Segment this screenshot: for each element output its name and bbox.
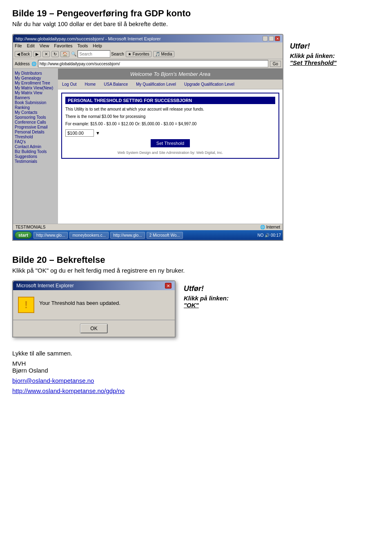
site-header: Welcome To Bjorn's Member Area — [58, 69, 283, 80]
menu-tools[interactable]: Tools — [78, 43, 88, 48]
threshold-footer: Web System Design and Site Administratio… — [65, 151, 275, 155]
statusbar-left: TESTIMONIALS — [16, 225, 45, 229]
nav-upgrade-qualification[interactable]: Upgrade Qualification Level — [184, 82, 234, 87]
site-nav: Log Out Home USA Balance My Qualificatio… — [58, 80, 283, 89]
address-bar: Address 🌐 Go — [13, 59, 283, 69]
browser-content: My Distributors My Genealogy My Enrollme… — [13, 69, 283, 224]
menu-edit[interactable]: Edit — [27, 43, 35, 48]
threshold-title: Personal Threshold Setting For Successbj… — [65, 97, 275, 104]
taskbar-item-1[interactable]: http://www.glo... — [33, 232, 68, 239]
site-body: Personal Threshold Setting For Successbj… — [58, 89, 283, 162]
close-button[interactable]: ✕ — [275, 36, 280, 41]
footer-lykke: Lykke til alle sammen. — [12, 350, 380, 357]
browser-toolbar: ◀ Back ▶ ✕ ↻ 🏠 🔍 Search ★ Favorites 🎵 Me… — [13, 49, 283, 59]
sidebar-my-contacts[interactable]: My Contacts — [15, 110, 56, 115]
callout19-klikk: Klikk på linken: — [290, 52, 380, 59]
sidebar-enrollment-tree[interactable]: My Enrollment Tree — [15, 81, 56, 85]
start-button[interactable]: start — [15, 231, 32, 239]
browser-titlebar: http://www.globaldailypay.com/successbjo… — [13, 35, 283, 42]
callout19-link: "Set Threshold" — [290, 59, 380, 66]
search-input[interactable] — [78, 50, 110, 58]
home-button[interactable]: 🏠 — [60, 51, 69, 57]
statusbar-right: 🌐 Internet — [260, 225, 280, 229]
taskbar-clock: NO 🔊 00:17 — [257, 233, 281, 238]
ie-dialog-footer: OK — [13, 320, 175, 337]
nav-home[interactable]: Home — [85, 82, 96, 87]
nav-usa-balance[interactable]: USA Balance — [104, 82, 128, 87]
browser-statusbar: TESTIMONIALS 🌐 Internet — [13, 224, 283, 230]
menu-favorites[interactable]: Favorites — [54, 43, 72, 48]
browser-window: http://www.globaldailypay.com/successbjo… — [12, 34, 283, 241]
threshold-text2: There is the normal $3.00 fee for proces… — [65, 114, 275, 120]
section19-subtitle: Når du har valgt 100 dollar er det bare … — [12, 20, 380, 27]
sidebar-conference-calls[interactable]: Conference Calls — [15, 120, 56, 124]
sidebar-personal-details[interactable]: Personal Details — [15, 130, 56, 134]
minimize-button[interactable]: _ — [263, 36, 268, 41]
warning-icon: ! — [18, 297, 34, 313]
go-button[interactable]: Go — [270, 61, 281, 67]
address-icon: 🌐 — [31, 62, 36, 66]
sidebar-sponsoring-tools[interactable]: Sponsoring Tools — [15, 115, 56, 120]
taskbar-item-2[interactable]: moneybookers.c... — [69, 232, 109, 239]
section20-subtitle: Klikk på "OK" og du er helt ferdig med å… — [12, 267, 380, 274]
site-header-text: Welcome To Bjorn's Member Area — [130, 71, 210, 77]
browser-title: http://www.globaldailypay.com/successbjo… — [16, 36, 161, 41]
callout20-link: "OK" — [184, 302, 229, 309]
site-main-content: Welcome To Bjorn's Member Area Log Out H… — [58, 69, 283, 224]
sidebar-contact-admin[interactable]: Contact Admin — [15, 144, 56, 149]
footer-url: http://www.osland-kompetanse.no/gdp/no — [12, 387, 380, 394]
ok-button[interactable]: OK — [80, 324, 107, 333]
threshold-dropdown-icon[interactable]: ▼ — [96, 131, 100, 135]
taskbar-item-4[interactable]: 2 Microsoft Wo... — [147, 232, 183, 239]
refresh-button[interactable]: ↻ — [51, 51, 59, 57]
search-icon: 🔍 — [71, 51, 77, 57]
footer-section: Lykke til alle sammen. MVH Bjørn Osland … — [12, 350, 380, 394]
sidebar-banners[interactable]: Banners — [15, 95, 56, 100]
search-label: Search — [111, 52, 124, 56]
callout19-utfor: Utfør! — [290, 42, 380, 51]
stop-button[interactable]: ✕ — [42, 51, 50, 57]
footer-url-link[interactable]: http://www.osland-kompetanse.no/gdp/no — [12, 387, 125, 394]
callout20-klikk: Klikk på linken: — [184, 295, 229, 302]
sidebar-biz-building-tools[interactable]: Biz Building Tools — [15, 149, 56, 154]
callout20-utfor: Utfør! — [184, 284, 229, 293]
sidebar-progressive-email[interactable]: Progressive Email — [15, 125, 56, 129]
threshold-text1: This Utility is to set the amount at whi… — [65, 107, 275, 112]
sidebar-testimonials[interactable]: Testimonials — [15, 159, 56, 164]
section20-layout: Microsoft Internet Explorer ✕ ! Your Thr… — [12, 280, 380, 338]
sidebar-my-distributors[interactable]: My Distributors — [15, 71, 56, 76]
back-button[interactable]: ◀ Back — [15, 51, 32, 57]
set-threshold-button[interactable]: Set Threshold — [151, 139, 190, 147]
footer-email-link[interactable]: bjorn@osland-kompetanse.no — [12, 377, 94, 384]
nav-qualification-level[interactable]: My Qualification Level — [136, 82, 176, 87]
taskbar-item-3[interactable]: http://www.glo... — [110, 232, 145, 239]
callout-box-19: Utfør! Klikk på linken: "Set Threshold" — [290, 34, 380, 66]
favorites-button[interactable]: ★ Favorites — [126, 51, 151, 57]
menu-file[interactable]: File — [15, 43, 22, 48]
media-button[interactable]: 🎵 Media — [153, 51, 174, 57]
sidebar-matrix-view[interactable]: My Matrix View — [15, 91, 56, 95]
menu-view[interactable]: View — [40, 43, 49, 48]
section20-title: Bilde 20 – Bekreftelse — [12, 255, 380, 265]
threshold-box: Personal Threshold Setting For Successbj… — [61, 93, 279, 159]
sidebar-my-genealogy[interactable]: My Genealogy — [15, 76, 56, 80]
footer-mvh: MVH Bjørn Osland — [12, 360, 380, 374]
menu-help[interactable]: Help — [93, 43, 102, 48]
sidebar-faqs[interactable]: FAQ's — [15, 140, 56, 144]
sidebar-threshold[interactable]: Threshold — [15, 135, 56, 139]
ie-dialog-titlebar: Microsoft Internet Explorer ✕ — [13, 281, 175, 290]
threshold-amount-input[interactable] — [65, 129, 94, 137]
sidebar-suggestions[interactable]: Suggestions — [15, 154, 56, 159]
browser-taskbar: start http://www.glo... moneybookers.c..… — [13, 230, 283, 240]
sidebar-book-submission[interactable]: Book Submission — [15, 100, 56, 105]
address-input[interactable] — [38, 60, 268, 67]
sidebar-ranking[interactable]: Ranking — [15, 105, 56, 110]
section19-title: Bilde 19 – Pengeoverføring fra GDP konto — [12, 8, 380, 19]
forward-button[interactable]: ▶ — [33, 51, 41, 57]
sidebar-matrix-view-new[interactable]: My Matrix View(New) — [15, 86, 56, 90]
maximize-button[interactable]: □ — [269, 36, 274, 41]
ie-dialog-close-button[interactable]: ✕ — [165, 283, 172, 289]
nav-logout[interactable]: Log Out — [62, 82, 77, 87]
browser-menubar: File Edit View Favorites Tools Help — [13, 42, 283, 49]
search-toolbar: 🔍 Search — [71, 50, 124, 58]
